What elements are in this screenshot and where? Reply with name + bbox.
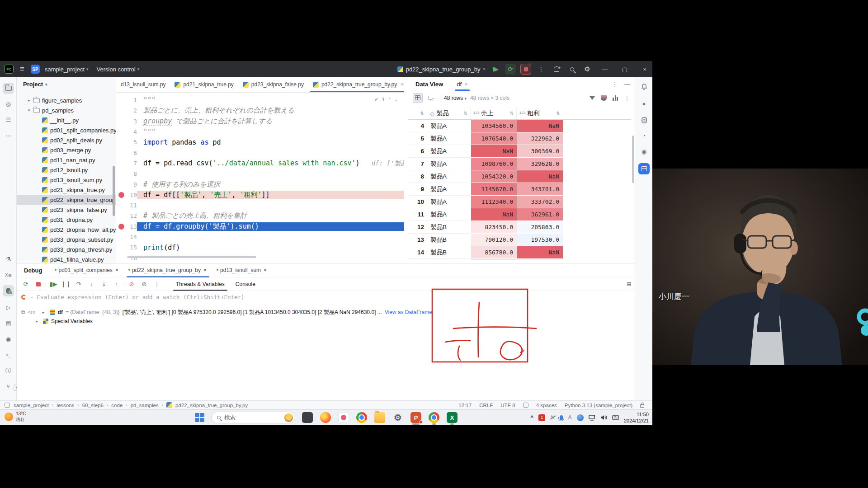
git-branch-icon[interactable]: ⑂ xyxy=(3,381,14,392)
column-header-profit[interactable]: 123粗利⇅ xyxy=(517,107,563,119)
data-tables-icon[interactable]: X≣ xyxy=(3,269,14,281)
taskbar-app-red-app[interactable] xyxy=(338,412,349,423)
minimize-button[interactable]: — xyxy=(597,61,613,77)
index-column-header[interactable]: ⇅ xyxy=(408,107,427,119)
status-widget-icon[interactable] xyxy=(523,403,528,408)
version-control-widget[interactable]: Version control ▾ xyxy=(97,66,140,73)
rerun-debug-button[interactable]: ⟳ xyxy=(505,64,516,75)
step-into-icon[interactable]: ↓ xyxy=(86,279,97,290)
ai-assistant-icon[interactable]: ✦ xyxy=(638,99,650,110)
filter-icon[interactable] xyxy=(590,96,595,100)
more-actions-icon[interactable]: ⋮ xyxy=(151,279,162,290)
table-row[interactable] xyxy=(408,259,631,260)
services-tool-icon[interactable]: ▤ xyxy=(3,318,14,329)
breakpoint-icon[interactable] xyxy=(116,224,126,230)
breadcrumb-item[interactable]: pd_samples xyxy=(131,403,159,408)
database-icon[interactable] xyxy=(638,114,650,126)
stop-icon[interactable] xyxy=(33,279,44,290)
taskbar-clock[interactable]: 11:50 2024/12/21 xyxy=(624,411,649,424)
column-header-product[interactable]: ◇製品⇅ xyxy=(427,107,471,119)
commit-tool-icon[interactable]: ◎ xyxy=(3,99,14,110)
table-row[interactable]: 13製品B790120.0197530.0 xyxy=(408,234,631,246)
tree-item-pd33_dropna_subset.py[interactable]: pd33_dropna_subset.py xyxy=(17,235,116,244)
mute-breakpoints-icon[interactable]: ⊘ xyxy=(139,279,150,290)
language-input-icon[interactable] xyxy=(612,415,619,420)
statistics-chart-icon[interactable] xyxy=(613,95,618,101)
data-view-tab-df[interactable]: df × xyxy=(455,77,469,91)
resume-icon[interactable]: ▮▶ xyxy=(48,279,59,290)
table-row[interactable]: 14製品B856780.0NaN xyxy=(408,246,631,259)
table-row[interactable]: 5製品A1076540.0322962.0 xyxy=(408,132,631,145)
editor-tab-pd22_skipna_true_group_by.py[interactable]: pd22_skipna_true_group_by.py× xyxy=(308,77,404,92)
layout-settings-icon[interactable]: ⊞ xyxy=(627,281,631,287)
project-scrollbar[interactable] xyxy=(113,166,115,216)
taskbar-app-chrome[interactable] xyxy=(356,412,367,423)
close-button[interactable]: × xyxy=(637,61,652,77)
table-row[interactable]: 4製品A1034560.0NaN xyxy=(408,120,631,132)
rerun-icon[interactable]: ⟳ xyxy=(20,279,31,290)
problems-tool-icon[interactable]: ⓘ xyxy=(3,365,14,376)
tree-item-pd32_dropna_how_all.py[interactable]: pd32_dropna_how_all.py xyxy=(17,225,116,235)
force-step-into-icon[interactable]: ⇣ xyxy=(99,279,109,290)
view-breakpoints-icon[interactable]: ⊘ xyxy=(126,279,137,290)
view-tab-Threads & Variables[interactable]: Threads & Variables xyxy=(170,277,230,291)
tree-item-__init__.py[interactable]: __init__.py xyxy=(17,115,116,125)
editor-tab-pd23_skipna_false.py[interactable]: pd23_skipna_false.py xyxy=(238,77,308,92)
pen-disabled-icon[interactable]: ✎ xyxy=(550,414,555,421)
tree-item-pd03_merge.py[interactable]: pd03_merge.py xyxy=(17,145,116,155)
debug-tab-pd13_isnull_sum[interactable]: pd13_isnull_sum× xyxy=(212,263,272,277)
structure-tool-icon[interactable]: ☰ xyxy=(3,114,14,126)
editor-tab-d13_isnull_sum.py[interactable]: d13_isnull_sum.py xyxy=(116,77,170,92)
expand-icon[interactable]: ▸ xyxy=(36,319,40,324)
windows-start-button[interactable] xyxy=(195,413,204,422)
table-row[interactable]: 11製品ANaN362961.0 xyxy=(408,208,631,221)
tree-item-pd23_skipna_false.py[interactable]: pd23_skipna_false.py xyxy=(17,205,116,215)
main-menu-icon[interactable]: ≡ xyxy=(20,65,24,74)
table-row[interactable]: 10製品A1112340.0333702.0 xyxy=(408,196,631,208)
debug-tab-pd22_skipna_true_group_by[interactable]: pd22_skipna_true_group_by× xyxy=(124,263,212,277)
weather-widget[interactable]: 13°C 晴れ xyxy=(5,411,26,422)
project-tool-icon[interactable] xyxy=(3,83,14,94)
run-tool-icon[interactable]: ▷ xyxy=(3,302,14,313)
line-ending[interactable]: CRLF xyxy=(479,403,493,408)
lock-icon[interactable] xyxy=(640,404,644,408)
breadcrumb-item[interactable]: pd22_skipna_true_group_by.py xyxy=(175,403,248,408)
more-actions-icon[interactable]: ⋮ xyxy=(536,64,547,75)
settings-gear-icon[interactable]: ⚙ xyxy=(582,64,593,75)
more-actions-icon[interactable]: ⋮ xyxy=(624,94,630,102)
data-view-scrollbar[interactable] xyxy=(632,136,634,183)
tree-item-figure_samples[interactable]: ▸figure_samples xyxy=(17,95,116,105)
taskbar-app-dark-app[interactable] xyxy=(302,412,313,423)
column-header-sales[interactable]: 123売上⇅ xyxy=(471,107,517,119)
tree-item-pd31_dropna.py[interactable]: pd31_dropna.py xyxy=(17,215,116,225)
sci-tools-icon[interactable]: ⚗ xyxy=(3,253,14,265)
ime-a-icon[interactable]: A xyxy=(568,414,572,421)
taskbar-app-file-explorer[interactable] xyxy=(374,412,385,423)
tree-item-pd21_skipna_true.py[interactable]: pd21_skipna_true.py xyxy=(17,185,116,195)
chevron-up-icon[interactable]: ^ xyxy=(530,414,533,421)
tree-item-pd02_split_deals.py[interactable]: pd02_split_deals.py xyxy=(17,135,116,145)
taskbar-search-input[interactable]: 検索 xyxy=(211,412,295,423)
speaker-icon[interactable] xyxy=(600,415,607,420)
search-everywhere-icon[interactable] xyxy=(566,64,577,75)
project-panel-header[interactable]: Project ▾ xyxy=(17,77,116,88)
table-row[interactable]: 12製品B823450.0205863.0 xyxy=(408,221,631,234)
chart-view-icon[interactable] xyxy=(426,93,436,103)
pause-icon[interactable]: ❙❙ xyxy=(61,279,71,290)
special-variables-row[interactable]: ▸ Special Variables xyxy=(21,317,635,326)
code-with-me-icon[interactable] xyxy=(551,64,562,75)
encoding[interactable]: UTF-8 xyxy=(500,403,515,408)
table-row[interactable]: 9製品A1145670.0343701.0 xyxy=(408,183,631,196)
inspection-widget[interactable]: ✓ 1 ⌃ ⌄ xyxy=(374,96,398,103)
taskbar-app-powerpoint[interactable]: P xyxy=(410,412,421,423)
close-icon[interactable]: × xyxy=(464,81,468,88)
notification-badge-icon[interactable]: 1 xyxy=(538,414,545,421)
python-console-icon[interactable]: ◉ xyxy=(3,333,14,345)
breakpoint-icon[interactable] xyxy=(116,192,126,198)
caret-position[interactable]: 12:17 xyxy=(458,403,472,408)
tree-item-pd11_nan_nat.py[interactable]: pd11_nan_nat.py xyxy=(17,155,116,165)
breadcrumb-item[interactable]: code xyxy=(111,403,123,408)
table-row[interactable]: 8製品A1054320.0NaN xyxy=(408,170,631,183)
hide-panel-icon[interactable]: — xyxy=(624,81,630,88)
taskbar-app-firefox[interactable] xyxy=(320,412,331,423)
